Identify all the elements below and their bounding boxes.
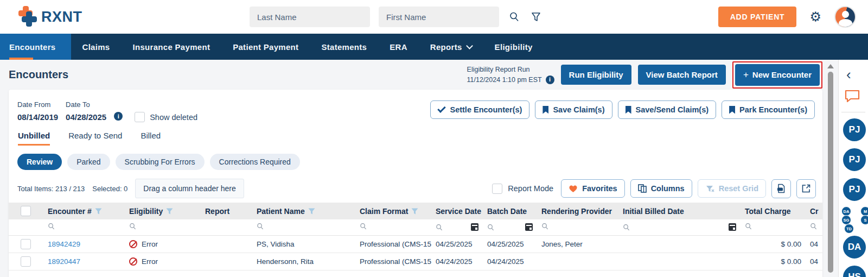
park-encounters-button[interactable]: Park Encounter(s) <box>722 100 815 119</box>
avatar-group[interactable]: DA M SG S TD <box>839 205 868 234</box>
filter-eligibility[interactable] <box>125 219 201 235</box>
date-to-value[interactable]: 04/28/2025 <box>66 112 106 122</box>
tab-billed[interactable]: Billed <box>141 131 161 146</box>
col-report[interactable]: Report <box>201 203 252 219</box>
info-icon[interactable] <box>546 75 554 84</box>
pill-corrections-required[interactable]: Corrections Required <box>210 154 300 170</box>
filter-service-date[interactable] <box>431 219 483 235</box>
column-filter-icon[interactable] <box>166 208 173 215</box>
vertical-scrollbar[interactable] <box>826 61 835 277</box>
filter-batch-date[interactable] <box>483 219 537 235</box>
save-claims-button[interactable]: Save Claim(s) <box>535 100 612 119</box>
export-grid-button[interactable] <box>796 179 816 198</box>
filter-icon[interactable] <box>529 10 542 23</box>
view-batch-report-button[interactable]: View Batch Report <box>638 65 726 85</box>
col-batch-date[interactable]: Batch Date <box>483 203 537 219</box>
avatar[interactable]: S <box>860 215 868 225</box>
gear-icon[interactable]: ⚙ <box>809 10 821 23</box>
filter-claim-format[interactable] <box>355 219 431 235</box>
date-from-field[interactable]: Date From 08/14/2019 <box>17 100 58 122</box>
col-total-charge[interactable]: Total Charge <box>741 203 806 219</box>
export-pdf-button[interactable] <box>771 179 791 198</box>
tab-unbilled[interactable]: Unbilled <box>18 131 50 146</box>
pill-scrubbing-for-errors[interactable]: Scrubbing For Errors <box>116 154 205 170</box>
calendar-icon[interactable] <box>729 223 736 231</box>
column-filter-icon[interactable] <box>308 208 315 215</box>
col-cr[interactable]: Cr <box>806 203 822 219</box>
nav-item-eligibility[interactable]: Eligibility <box>483 34 544 60</box>
table-row[interactable]: 18942429 Error PS, Vidisha Professional … <box>9 235 822 253</box>
drag-column-hint[interactable]: Drag a column header here <box>135 179 244 198</box>
error-icon <box>129 257 137 266</box>
add-patient-button[interactable]: ADD PATIENT <box>718 7 797 27</box>
reset-grid-button[interactable]: Reset Grid <box>698 179 766 198</box>
col-rendering-provider[interactable]: Rendering Provider <box>537 203 618 219</box>
filter-encounter[interactable] <box>43 219 125 235</box>
col-eligibility[interactable]: Eligibility <box>125 203 201 219</box>
first-name-input[interactable] <box>379 7 499 27</box>
total-charge-cell: $ 0.00 <box>741 235 806 253</box>
avatar[interactable]: HS <box>842 265 867 277</box>
table-row[interactable]: 18920447 Error Hendersonn, Rita Professi… <box>9 253 822 270</box>
col-encounter[interactable]: Encounter # <box>43 203 125 219</box>
filter-total-charge[interactable] <box>741 219 806 235</box>
last-name-input[interactable] <box>250 7 370 27</box>
top-bar: RXNT ADD PATIENT ⚙ <box>0 0 868 34</box>
row-checkbox[interactable] <box>21 256 31 267</box>
search-icon <box>436 224 443 231</box>
nav-item-encounters[interactable]: Encounters <box>0 34 71 60</box>
nav-item-insurance-payment[interactable]: Insurance Payment <box>122 34 222 60</box>
avatar[interactable]: DA <box>842 235 867 260</box>
report-mode-checkbox[interactable] <box>492 184 502 194</box>
nav-item-era[interactable]: ERA <box>378 34 419 60</box>
scroll-up-arrow-icon[interactable] <box>827 64 834 68</box>
right-side-panel: ‹ PJ PJ PJ DA M SG S TD DA HS AA H <box>838 60 868 277</box>
select-all-checkbox[interactable] <box>21 206 31 216</box>
settle-encounters-button[interactable]: Settle Encounter(s) <box>430 100 529 119</box>
filter-patient-name[interactable] <box>252 219 355 235</box>
filter-cr[interactable] <box>806 219 822 235</box>
rxnt-logo[interactable]: RXNT <box>18 6 94 28</box>
pill-review[interactable]: Review <box>17 154 62 170</box>
columns-button[interactable]: Columns <box>630 179 692 198</box>
date-info-icon[interactable] <box>114 112 123 121</box>
calendar-icon[interactable] <box>471 223 478 231</box>
search-icon[interactable] <box>508 10 521 23</box>
col-service-date[interactable]: Service Date <box>431 203 483 219</box>
nav-item-claims[interactable]: Claims <box>71 34 122 60</box>
show-deleted-checkbox[interactable] <box>135 112 145 122</box>
filter-initial-billed-date[interactable] <box>618 219 741 235</box>
avatar[interactable]: PJ <box>842 177 867 202</box>
batch-date-cell: 04/25/2025 <box>483 235 537 253</box>
col-initial-billed-date[interactable]: Initial Billed Date <box>618 203 741 219</box>
user-avatar[interactable] <box>834 6 856 28</box>
chat-icon[interactable] <box>844 89 868 105</box>
bookmark-icon <box>729 106 735 114</box>
column-filter-icon[interactable] <box>411 208 418 215</box>
save-send-claims-button[interactable]: Save/Send Claim(s) <box>618 100 717 119</box>
run-eligibility-button[interactable]: Run Eligibility <box>561 65 631 85</box>
avatar[interactable]: PJ <box>842 147 867 172</box>
encounter-link[interactable]: 18942429 <box>48 240 80 248</box>
date-from-value[interactable]: 08/14/2019 <box>17 112 58 122</box>
filter-rendering-provider[interactable] <box>537 219 618 235</box>
nav-item-statements[interactable]: Statements <box>310 34 378 60</box>
tab-ready-to-send[interactable]: Ready to Send <box>68 131 122 146</box>
avatar[interactable]: PJ <box>842 117 867 142</box>
columns-label: Columns <box>651 184 685 193</box>
row-checkbox[interactable] <box>21 239 31 249</box>
calendar-icon[interactable] <box>525 223 533 231</box>
favorites-button[interactable]: Favorites <box>561 179 624 198</box>
avatar[interactable]: TD <box>844 224 854 234</box>
scrollbar-thumb[interactable] <box>828 72 833 273</box>
date-to-field[interactable]: Date To 04/28/2025 <box>66 100 106 122</box>
nav-item-reports[interactable]: Reports <box>419 34 483 60</box>
collapse-chevron-icon[interactable]: ‹ <box>846 67 868 81</box>
pill-parked[interactable]: Parked <box>67 154 110 170</box>
nav-item-patient-payment[interactable]: Patient Payment <box>221 34 310 60</box>
column-filter-icon[interactable] <box>95 208 102 215</box>
new-encounter-button[interactable]: +New Encounter <box>735 64 820 86</box>
col-patient-name[interactable]: Patient Name <box>252 203 355 219</box>
encounter-link[interactable]: 18920447 <box>48 257 80 266</box>
col-claim-format[interactable]: Claim Format <box>355 203 431 219</box>
